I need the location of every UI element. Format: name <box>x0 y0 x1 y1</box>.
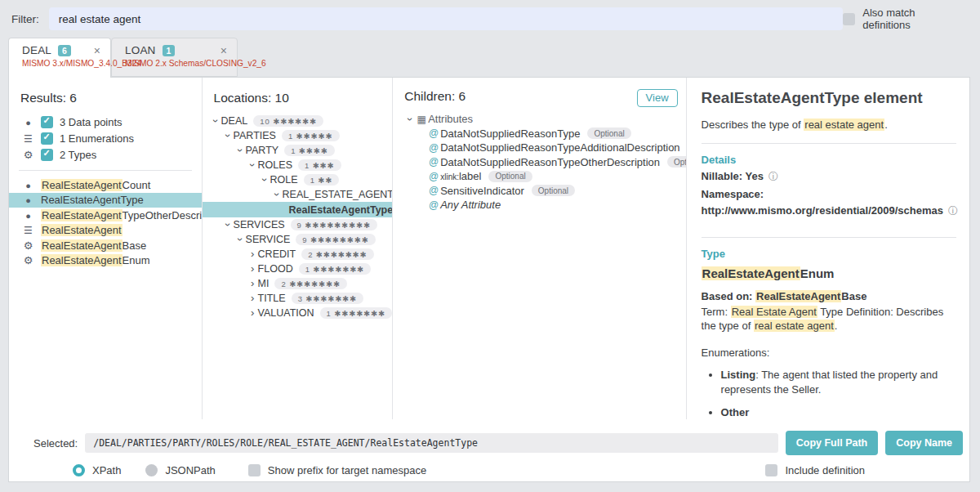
tab-loan-count-badge: 1 <box>163 45 176 56</box>
locations-header: Locations: 10 <box>203 78 393 114</box>
tree-node[interactable]: SERVICES 9 ✱✱✱✱✱✱✱✱✱ <box>203 217 393 232</box>
selected-path-input[interactable] <box>85 433 778 453</box>
tree-node[interactable]: TITLE 3 ✱✱✱✱✱✱✱ <box>203 291 393 306</box>
tab-loan-name: LOAN <box>125 44 156 56</box>
element-title: RealEstateAgentType element <box>702 89 956 107</box>
tree-node-selected[interactable]: RealEstateAgentType <box>203 202 393 217</box>
filter-bar: Filter: Also match definitions <box>0 0 980 38</box>
chevron-down-icon[interactable] <box>223 221 234 229</box>
tree-node[interactable]: DEAL 10 ✱✱✱✱✱✱ <box>203 114 393 128</box>
tree-node[interactable]: SERVICE 9 ✱✱✱✱✱✱✱✱ <box>203 232 393 247</box>
enumerations-list: Listing: The agent that listed the prope… <box>721 368 956 419</box>
tree-node[interactable]: ROLES 1 ✱✱✱ <box>203 158 393 172</box>
children-header: Children: 6 <box>404 89 466 104</box>
chevron-down-icon[interactable] <box>211 117 221 125</box>
enumeration-icon <box>22 224 34 236</box>
info-icon[interactable]: ⓘ <box>768 171 778 182</box>
filter-input[interactable] <box>49 7 844 30</box>
type-section-heading: Type <box>702 248 956 260</box>
filter-types[interactable]: 2 Types <box>9 146 202 163</box>
attribute-item[interactable]: @ DataNotSuppliedReasonTypeOtherDescript… <box>393 155 685 170</box>
attribute-item[interactable]: @ DataNotSuppliedReasonTypeAdditionalDes… <box>393 141 685 155</box>
show-prefix-toggle[interactable]: Show prefix for target namespace <box>248 464 426 476</box>
data-points-checkbox[interactable] <box>41 116 53 128</box>
types-checkbox[interactable] <box>41 149 53 161</box>
also-match-label: Also match definitions <box>862 7 964 31</box>
tab-deal[interactable]: DEAL 6 × MISMO 3.x/MISMO_3.4.0_B324 <box>8 38 111 78</box>
enumerations-checkbox[interactable] <box>41 132 53 145</box>
divider <box>702 237 956 238</box>
attribute-icon: @ <box>427 171 440 182</box>
show-prefix-checkbox[interactable] <box>248 464 261 476</box>
include-definition-checkbox[interactable] <box>765 464 777 476</box>
jsonpath-radio[interactable] <box>145 464 158 476</box>
tree-node[interactable]: CREDIT 2 ✱✱✱✱✱✱✱ <box>203 247 393 262</box>
copy-full-path-button[interactable]: Copy Full Path <box>786 431 879 455</box>
attributes-group[interactable]: Attributes <box>393 112 685 127</box>
attribute-item[interactable]: @ DataNotSuppliedReasonType Optional <box>393 127 685 141</box>
chevron-down-icon[interactable] <box>223 132 234 140</box>
gear-icon <box>22 147 34 162</box>
chevron-right-icon[interactable] <box>247 294 258 302</box>
tab-loan[interactable]: LOAN 1 × MISMO 2.x Schemas/CLOSING_v2_6 <box>111 38 238 77</box>
namespace-value-row: http://www.mismo.org/residential/2009/sc… <box>702 204 956 218</box>
jsonpath-radio-group[interactable]: JSONPath <box>145 464 215 476</box>
result-item[interactable]: RealEstateAgentTypeOtherDescription <box>9 208 202 223</box>
close-icon[interactable]: × <box>94 45 100 56</box>
also-match-definitions-toggle[interactable]: Also match definitions <box>843 7 969 31</box>
attribute-item[interactable]: @ xlink:label Optional <box>393 169 685 184</box>
datapoint-icon <box>22 209 34 221</box>
view-button[interactable]: View <box>637 89 678 107</box>
tree-node[interactable]: VALUATION 1 ✱✱✱✱✱✱✱ <box>203 306 393 320</box>
chevron-down-icon[interactable] <box>260 176 270 184</box>
close-icon[interactable]: × <box>220 45 227 56</box>
tree-node[interactable]: PARTY 1 ✱✱✱✱ <box>203 143 393 158</box>
chevron-down-icon[interactable] <box>235 146 246 154</box>
datapoint-icon <box>22 194 34 206</box>
chevron-right-icon[interactable] <box>247 280 258 288</box>
chevron-right-icon[interactable] <box>247 309 258 317</box>
copy-name-button[interactable]: Copy Name <box>885 431 963 455</box>
divider <box>19 170 192 171</box>
jsonpath-label: JSONPath <box>165 464 215 476</box>
tab-deal-name: DEAL <box>22 44 51 56</box>
result-item[interactable]: RealEstateAgentEnum <box>9 253 202 269</box>
result-item[interactable]: RealEstateAgent <box>9 223 202 239</box>
show-prefix-label: Show prefix for target namespace <box>268 464 426 476</box>
tree-node[interactable]: ROLE 1 ✱✱ <box>203 172 393 187</box>
type-name: RealEstateAgentEnum <box>702 266 956 280</box>
filter-data-points[interactable]: 3 Data points <box>9 114 202 130</box>
gear-icon <box>22 239 34 252</box>
optional-badge: Optional <box>587 127 630 139</box>
result-item-selected[interactable]: RealEstateAgentType <box>9 193 202 208</box>
tree-node[interactable]: REAL_ESTATE_AGENT 1 ✱ <box>203 187 393 202</box>
xpath-radio-group[interactable]: XPath <box>73 464 121 476</box>
datapoint-icon <box>22 179 34 191</box>
results-header: Results: 6 <box>9 78 202 114</box>
tree-node[interactable]: MI 2 ✱✱✱✱✱✱✱ <box>203 276 393 291</box>
tab-deal-count-badge: 6 <box>58 45 71 56</box>
tree-node[interactable]: FLOOD 1 ✱✱✱✱✱✱✱ <box>203 262 393 276</box>
chevron-right-icon[interactable] <box>247 250 258 258</box>
include-definition-toggle[interactable]: Include definition <box>765 464 865 476</box>
xpath-radio[interactable] <box>73 464 85 476</box>
locations-panel: Locations: 10 DEAL 10 ✱✱✱✱✱✱ PARTIES 1 ✱… <box>202 78 393 419</box>
chevron-down-icon[interactable] <box>235 235 246 244</box>
also-match-checkbox[interactable] <box>843 13 855 25</box>
selected-label: Selected: <box>33 437 78 450</box>
attribute-item[interactable]: @ Any Attribute <box>393 198 685 212</box>
filter-enumerations[interactable]: 1 Enumerations <box>9 130 202 146</box>
result-item[interactable]: RealEstateAgentBase <box>9 238 202 253</box>
results-panel: Results: 6 3 Data points 1 Enumerations … <box>9 78 202 419</box>
chevron-down-icon[interactable] <box>272 190 283 199</box>
info-icon[interactable]: ⓘ <box>948 205 958 217</box>
details-panel: RealEstateAgentType element Describes th… <box>686 78 969 419</box>
enum-item: Listing: The agent that listed the prope… <box>721 368 956 396</box>
chevron-right-icon[interactable] <box>247 265 258 273</box>
attribute-item[interactable]: @ SensitiveIndicator Optional <box>393 184 685 199</box>
result-item[interactable]: RealEstateAgentCount <box>9 177 202 193</box>
chevron-down-icon[interactable] <box>247 161 258 169</box>
attributes-group-icon <box>415 113 428 125</box>
tree-node[interactable]: PARTIES 1 ✱✱✱✱✱ <box>203 128 393 143</box>
chevron-down-icon[interactable] <box>404 115 415 123</box>
